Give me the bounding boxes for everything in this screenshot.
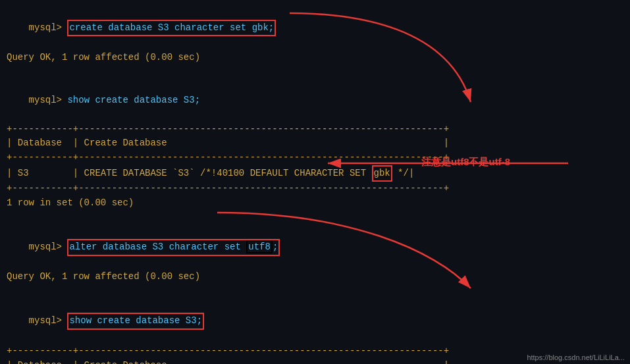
prompt-4: mysql> — [29, 315, 68, 326]
blank-3 — [7, 284, 623, 299]
table-border-1: +-----------+---------------------------… — [7, 122, 623, 137]
cmd-4: show create database S3; — [67, 313, 204, 330]
prompt-1: mysql> — [29, 22, 68, 33]
line-alter-result: Query OK, 1 row affected (0.00 sec) — [7, 270, 623, 284]
watermark: https://blog.csdn.net/LiLiLiLa... — [527, 353, 625, 361]
line-show2: mysql> show create database S3; — [7, 299, 623, 344]
line-1: mysql> create database S3 character set … — [7, 5, 623, 51]
line-2: Query OK, 1 row affected (0.00 sec) — [7, 51, 623, 65]
table-border-2: +-----------+---------------------------… — [7, 151, 623, 165]
blank-1 — [7, 65, 623, 80]
table-row-1: | S3 | CREATE DATABASE `S3` /*!40100 DEF… — [7, 165, 623, 182]
gbk-value: gbk — [372, 165, 392, 182]
line-4: mysql> show create database S3; — [7, 79, 623, 122]
annotation-utf8: 注意是utf8不是utf-8 — [421, 156, 510, 169]
cmd-1: create database S3 character set gbk; — [67, 20, 276, 37]
prompt-2: mysql> — [29, 95, 68, 105]
cmd-3: alter database S3 character set utf8; — [67, 239, 280, 256]
table-border-3: +-----------+---------------------------… — [7, 182, 623, 196]
blank-2 — [7, 211, 623, 225]
utf8-inline: utf8 — [246, 240, 273, 253]
terminal-window: mysql> create database S3 character set … — [0, 0, 630, 364]
prompt-3: mysql> — [29, 242, 68, 252]
table-header: | Database | Create Database | — [7, 136, 623, 151]
line-row-count-1: 1 row in set (0.00 sec) — [7, 196, 623, 211]
cmd-2: show create database S3; — [67, 95, 200, 105]
line-alter: mysql> alter database S3 character set u… — [7, 224, 623, 270]
